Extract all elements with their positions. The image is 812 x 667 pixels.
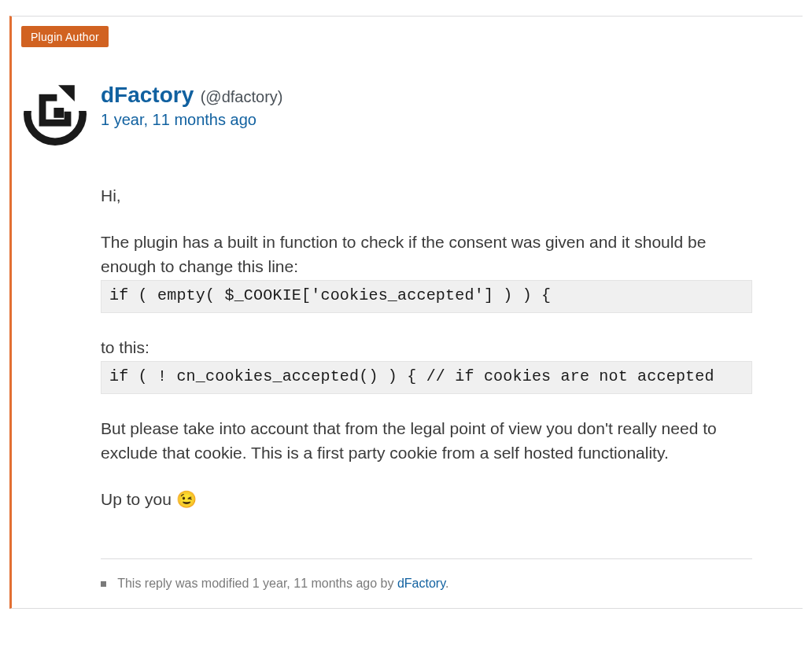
- author-handle: (@dfactory): [201, 88, 283, 105]
- content-legal: But please take into account that from t…: [101, 416, 752, 465]
- author-badge: Plugin Author: [21, 26, 109, 47]
- forum-post: Plugin Author dFactory (@dfactory) 1 yea…: [9, 16, 803, 609]
- code-snippet-before: if ( empty( $_COOKIE['cookies_accepted']…: [101, 280, 752, 313]
- content-intro: The plugin has a built in function to ch…: [101, 230, 752, 278]
- post-content: Hi, The plugin has a built in function t…: [12, 146, 803, 540]
- author-link[interactable]: dFactory: [101, 83, 194, 107]
- content-bridge: to this:: [101, 335, 752, 359]
- post-header: dFactory (@dfactory) 1 year, 11 months a…: [12, 17, 803, 146]
- content-closing: Up to you 😉: [101, 487, 752, 511]
- modlog-text: This reply was modified 1 year, 11 month…: [117, 577, 397, 590]
- modlog-author-link[interactable]: dFactory: [397, 577, 445, 590]
- avatar[interactable]: [24, 83, 87, 146]
- bullet-icon: [101, 581, 106, 587]
- code-snippet-after: if ( ! cn_cookies_accepted() ) { // if c…: [101, 361, 752, 394]
- modlog-suffix: .: [445, 577, 448, 590]
- content-greeting: Hi,: [101, 183, 752, 208]
- svg-rect-4: [54, 108, 64, 118]
- post-meta: dFactory (@dfactory) 1 year, 11 months a…: [101, 83, 282, 129]
- modification-log: This reply was modified 1 year, 11 month…: [101, 558, 752, 591]
- post-timestamp[interactable]: 1 year, 11 months ago: [101, 111, 282, 129]
